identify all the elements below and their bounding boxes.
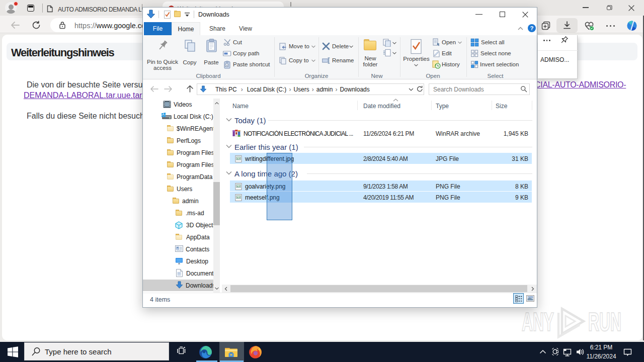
svg-text:RUN: RUN: [588, 308, 621, 336]
svg-text:ANY: ANY: [522, 308, 554, 336]
